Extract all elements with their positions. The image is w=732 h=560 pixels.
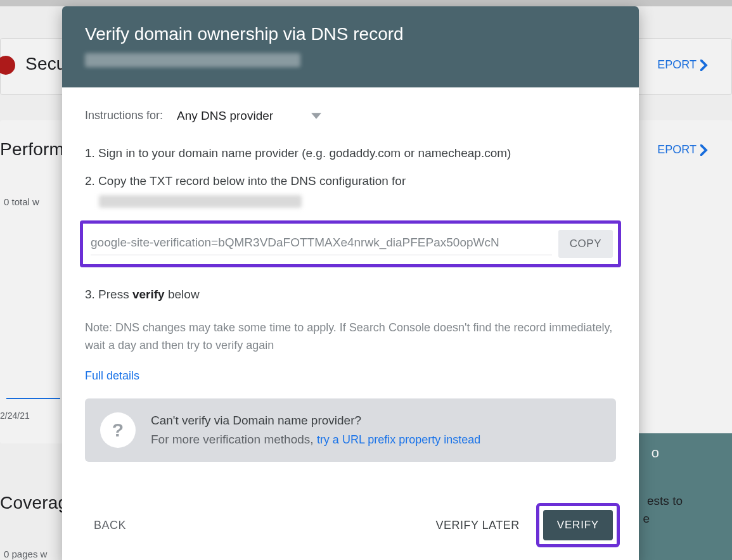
alt-subtitle: For more verification methods, try a URL… bbox=[151, 430, 480, 449]
step3-pre: 3. Press bbox=[85, 288, 132, 301]
dialog-header: Verify domain ownership via DNS record bbox=[62, 6, 639, 87]
domain-name-redacted-2 bbox=[99, 195, 302, 208]
instructions-row: Instructions for: Any DNS provider bbox=[85, 106, 616, 125]
full-details-link[interactable]: Full details bbox=[85, 369, 139, 382]
chevron-down-icon bbox=[311, 113, 321, 119]
dialog-title: Verify domain ownership via DNS record bbox=[85, 24, 616, 44]
verify-highlight: VERIFY bbox=[536, 503, 620, 547]
instructions-label: Instructions for: bbox=[85, 107, 163, 125]
verify-later-button[interactable]: VERIFY LATER bbox=[427, 512, 528, 538]
txt-record-value[interactable]: google-site-verification=bQMR3VDaFOTTMAX… bbox=[91, 233, 552, 255]
help-icon: ? bbox=[100, 412, 136, 448]
step-2: 2. Copy the TXT record below into the DN… bbox=[85, 172, 616, 190]
step3-post: below bbox=[165, 288, 200, 301]
dialog-body: Instructions for: Any DNS provider 1. Si… bbox=[62, 87, 639, 488]
alt-sub-pre: For more verification methods, bbox=[151, 433, 317, 446]
step-1: 1. Sign in to your domain name provider … bbox=[85, 144, 616, 162]
alternative-box: ? Can't verify via Domain name provider?… bbox=[85, 398, 616, 461]
dns-provider-dropdown[interactable]: Any DNS provider bbox=[177, 106, 321, 125]
domain-name-redacted bbox=[85, 53, 300, 67]
step-3: 3. Press verify below bbox=[85, 285, 616, 303]
alt-title: Can't verify via Domain name provider? bbox=[151, 411, 480, 430]
provider-selected-value: Any DNS provider bbox=[177, 106, 273, 125]
copy-button[interactable]: COPY bbox=[558, 230, 613, 258]
alt-text: Can't verify via Domain name provider? F… bbox=[151, 411, 480, 449]
back-button[interactable]: BACK bbox=[85, 512, 135, 538]
verify-domain-dialog: Verify domain ownership via DNS record I… bbox=[62, 6, 639, 560]
url-prefix-link[interactable]: try a URL prefix property instead bbox=[317, 433, 480, 446]
step3-bold: verify bbox=[132, 288, 165, 301]
verify-button[interactable]: VERIFY bbox=[543, 510, 613, 540]
dialog-footer: BACK VERIFY LATER VERIFY bbox=[62, 488, 639, 560]
dns-note: Note: DNS changes may take some time to … bbox=[85, 319, 616, 355]
txt-record-highlight: google-site-verification=bQMR3VDaFOTTMAX… bbox=[80, 220, 621, 267]
